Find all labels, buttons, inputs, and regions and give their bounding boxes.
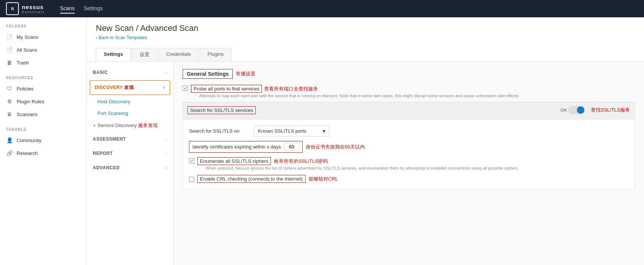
left-panel-port-scanning[interactable]: Port Scanning [87, 107, 173, 119]
gear-icon: ⚙ [6, 98, 13, 104]
trash-icon: 🗑 [6, 60, 13, 66]
ssl-dropdown[interactable]: Known SSL/TLS ports All ports None [254, 126, 329, 136]
logo: N nessus Essentials [6, 2, 45, 15]
probe-label: Probe all ports to find services 查看所有端口去… [191, 85, 635, 93]
toggle-knob [577, 106, 584, 114]
sidebar-item-community[interactable]: 👤 Community [0, 134, 86, 147]
tenable-label: TENABLE [0, 121, 86, 134]
logo-box: N [6, 2, 19, 15]
scanners-label: Scanners [17, 112, 37, 117]
shield-icon: 🛡 [6, 86, 13, 92]
page-title: New Scan / Advanced Scan [96, 23, 635, 33]
back-link[interactable]: ‹ Back to Scan Templates [96, 35, 147, 40]
tabs: Settings 设置 Credentials Plugins [96, 48, 635, 61]
enum-label-row: Enumerate all SSL/TLS ciphers 枚举所有的SSL/T… [197, 157, 519, 165]
sidebar-item-my-scans[interactable]: 📄 My Scans [0, 31, 86, 43]
general-settings-chinese: 常规设置 [236, 70, 255, 77]
left-panel-basic[interactable]: BASIC › [87, 65, 173, 80]
chevron-right-icon2: › [166, 137, 167, 141]
topnav-scans[interactable]: Scans [60, 4, 75, 14]
ssl-dropdown-wrapper[interactable]: Known SSL/TLS ports All ports None ▼ [254, 126, 329, 136]
left-panel-advanced[interactable]: ADVANCED › [87, 161, 173, 175]
sidebar-item-scanners[interactable]: 🖥 Scanners [0, 108, 86, 121]
policies-label: Policies [17, 86, 34, 92]
discovery-subitems: Host Discovery Port Scanning • Service D… [87, 96, 173, 132]
chevron-right-icon4: › [166, 165, 167, 170]
enum-content: Enumerate all SSL/TLS ciphers 枚举所有的SSL/T… [197, 157, 519, 170]
main-layout: FOLDERS 📄 My Scans 📄 All Scans 🗑 Trash R… [0, 17, 644, 265]
probe-checkbox[interactable] [183, 86, 188, 91]
topnav-settings[interactable]: Settings [84, 4, 103, 14]
toggle-track[interactable] [568, 106, 585, 114]
sidebar-item-plugin-rules[interactable]: ⚙ Plugin Rules [0, 95, 86, 108]
research-icon: 🔗 [6, 150, 13, 156]
tab-plugins[interactable]: Plugins [200, 48, 232, 61]
discovery-label: DISCOVERY 发现 [95, 84, 134, 91]
tab-settings-chinese[interactable]: 设置 [132, 48, 157, 61]
chevron-right-icon: › [166, 70, 167, 75]
file-icon: 📄 [6, 34, 13, 40]
ssl-on-row: Search for SSL/TLS on Known SSL/TLS port… [189, 126, 629, 136]
sidebar: FOLDERS 📄 My Scans 📄 All Scans 🗑 Trash R… [0, 17, 87, 265]
logo-sub: Essentials [22, 10, 45, 14]
research-label: Research [17, 150, 38, 156]
crl-checkbox[interactable] [189, 177, 194, 182]
sidebar-item-policies[interactable]: 🛡 Policies [0, 82, 86, 95]
left-panel-assessment[interactable]: ASSESSMENT › [87, 132, 173, 146]
probe-ports-row: Probe all ports to find services 查看所有端口去… [183, 85, 635, 98]
enum-desc: When selected, Nessus ignores the list o… [206, 166, 519, 170]
probe-label-text: Probe all ports to find services [191, 85, 262, 93]
left-panel-service-discovery[interactable]: • Service Discovery 服务发现 [87, 119, 173, 132]
assessment-label: ASSESSMENT [93, 136, 126, 142]
folders-label: FOLDERS [0, 17, 86, 31]
left-panel-host-discovery[interactable]: Host Discovery [87, 96, 173, 107]
tab-settings[interactable]: Settings [96, 48, 131, 61]
service-discovery-label: Service Discovery 服务发现 [98, 122, 158, 129]
probe-chinese: 查看所有端口去查找服务 [264, 86, 318, 92]
sidebar-item-all-scans[interactable]: 📄 All Scans [0, 43, 86, 56]
cert-input[interactable] [284, 143, 299, 151]
page-header: New Scan / Advanced Scan ‹ Back to Scan … [87, 17, 644, 61]
crl-chinese: 能够核对CRL [309, 176, 338, 182]
probe-desc: Attempts to map each open port with the … [199, 93, 635, 98]
sidebar-item-research[interactable]: 🔗 Research [0, 147, 86, 159]
cert-label: Identify certificates expiring within x … [192, 144, 281, 150]
tab-credentials[interactable]: Credentials [158, 48, 199, 61]
crl-label: Enable CRL checking (connects to the Int… [197, 175, 306, 183]
bullet-icon: • [94, 123, 95, 129]
advanced-label: ADVANCED [93, 165, 120, 170]
chevron-down-icon: ∨ [162, 85, 166, 90]
chevron-right-icon3: › [166, 151, 167, 156]
left-panel-discovery[interactable]: DISCOVERY 发现 ∨ [90, 80, 170, 95]
right-panel: General Settings 常规设置 Probe all ports to… [174, 61, 644, 265]
sidebar-item-label3: Trash [17, 60, 29, 66]
ssl-subpanel: Search for SSL/TLS on Known SSL/TLS port… [183, 119, 635, 189]
ssl-toggle-switch[interactable]: ON [560, 106, 585, 114]
enum-checkbox[interactable] [189, 158, 194, 164]
cert-chinese: 身份证书失效期在60天以内 [306, 144, 365, 150]
crl-row: Enable CRL checking (connects to the Int… [189, 175, 629, 183]
enum-label: Enumerate all SSL/TLS ciphers [197, 157, 271, 165]
ssl-toggle-row: Search for SSL/TLS services ON 查找SSL/TLS… [183, 102, 635, 118]
logo-name: nessus [22, 4, 45, 10]
ssl-on-label: Search for SSL/TLS on [189, 128, 249, 134]
resources-label: RESOURCES [0, 69, 86, 82]
sidebar-item-trash[interactable]: 🗑 Trash [0, 56, 86, 69]
file-icon2: 📄 [6, 47, 13, 53]
cert-row: Identify certificates expiring within x … [189, 141, 629, 153]
content-area: New Scan / Advanced Scan ‹ Back to Scan … [87, 17, 644, 265]
ssl-toggle-label: Search for SSL/TLS services [188, 106, 256, 114]
monitor-icon: 🖥 [6, 111, 13, 117]
basic-label: BASIC [93, 70, 108, 75]
community-label: Community [17, 138, 41, 143]
left-panel: BASIC › DISCOVERY 发现 ∨ Host Discovery Po… [87, 61, 174, 265]
settings-layout: BASIC › DISCOVERY 发现 ∨ Host Discovery Po… [87, 61, 644, 265]
ssl-toggle-chinese: 查找SSL/TLS服务 [591, 107, 630, 113]
on-label: ON [560, 108, 567, 112]
probe-content: Probe all ports to find services 查看所有端口去… [191, 85, 635, 98]
sidebar-item-label: My Scans [17, 34, 38, 40]
enum-chinese: 枚举所有的SSL/TLS密码 [274, 158, 328, 165]
enum-row: Enumerate all SSL/TLS ciphers 枚举所有的SSL/T… [189, 157, 629, 170]
plugin-rules-label: Plugin Rules [17, 99, 44, 104]
left-panel-report[interactable]: REPORT › [87, 146, 173, 161]
